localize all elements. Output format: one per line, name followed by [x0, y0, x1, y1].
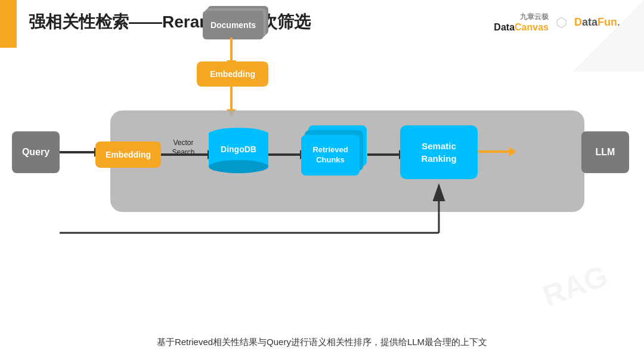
bottom-description: 基于Retrieved相关性结果与Query进行语义相关性排序，提供给LLM最合…: [0, 337, 644, 348]
sematic-ranking-box: SematicRanking: [400, 125, 478, 179]
arrow-query-to-embed: [60, 151, 95, 153]
chunks-box: RetrievedChunks: [301, 135, 360, 176]
embedding-top-box: Embedding: [197, 61, 268, 87]
arrow-chunks-to-rank: [367, 153, 400, 156]
deco-shape: [537, 0, 644, 72]
accent-bar: [0, 0, 17, 48]
documents-stack: Documents: [203, 6, 268, 39]
arrow-embed-to-dingo: [161, 153, 209, 156]
query-box: Query: [12, 131, 60, 173]
dingodb-label: DingoDB: [209, 125, 268, 173]
embedding-left-box: Embedding: [95, 141, 161, 168]
llm-box: LLM: [581, 131, 629, 173]
arrow-rank-to-llm: [478, 150, 510, 153]
arrow-doc-to-embed: [230, 38, 233, 61]
documents-box: Documents: [203, 11, 264, 39]
arrow-embed-to-main: [230, 87, 233, 110]
chunks-stack: RetrievedChunks: [301, 125, 367, 179]
watermark: RAG: [538, 259, 612, 314]
arrow-dingo-to-chunks: [268, 153, 301, 156]
dingodb-box: DingoDB: [209, 125, 268, 173]
